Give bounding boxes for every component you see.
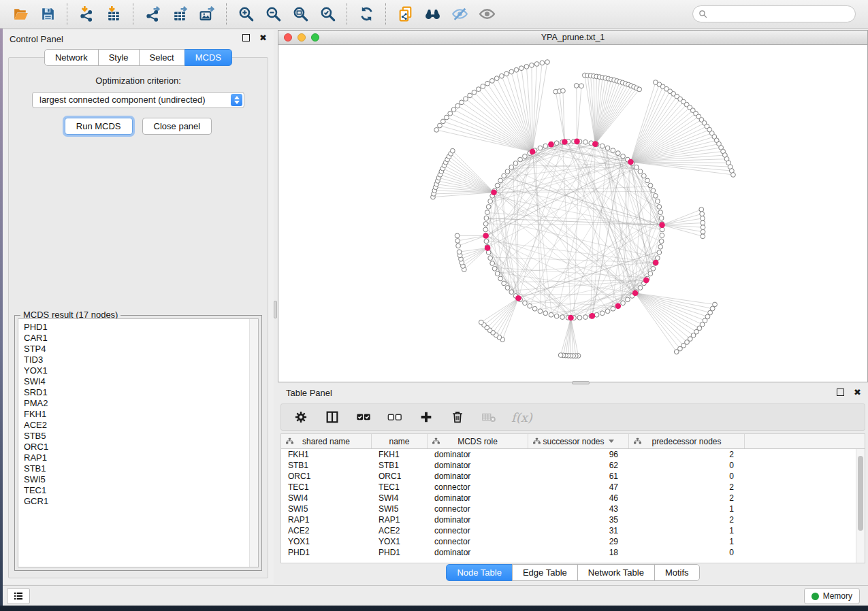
tab-edge-table[interactable]: Edge Table: [512, 564, 578, 581]
horizontal-splitter-handle[interactable]: [572, 381, 590, 384]
column-header-name[interactable]: name: [372, 434, 428, 448]
float-table-panel-icon[interactable]: [837, 389, 844, 396]
table-row[interactable]: PHD1PHD1dominator180: [281, 547, 865, 558]
tab-node-table[interactable]: Node Table: [446, 564, 513, 581]
settings-gear-icon: [293, 410, 308, 425]
tab-select[interactable]: Select: [139, 49, 185, 66]
network-canvas[interactable]: [278, 45, 867, 382]
import-network-button[interactable]: [73, 3, 100, 26]
column-header-MCDS-role[interactable]: MCDS role: [428, 434, 528, 448]
float-panel-icon[interactable]: [242, 34, 250, 42]
search-input[interactable]: [711, 10, 850, 19]
delete-table-disabled-icon: [481, 410, 496, 425]
column-header-filler: [745, 434, 865, 448]
vertical-splitter-handle[interactable]: [274, 301, 277, 318]
result-list-scrollbar[interactable]: [249, 319, 258, 567]
hide-eye-button[interactable]: [446, 3, 473, 26]
import-table-button[interactable]: [100, 3, 127, 26]
close-panel-button[interactable]: Close panel: [142, 118, 212, 135]
mcds-result-item[interactable]: ORC1: [18, 442, 258, 452]
settings-gear-button[interactable]: [292, 408, 310, 426]
table-cell: dominator: [428, 493, 528, 503]
run-mcds-button[interactable]: Run MCDS: [65, 118, 133, 135]
binoculars-search-button[interactable]: [419, 3, 446, 26]
mcds-result-item[interactable]: ACE2: [18, 420, 258, 431]
open-session-button[interactable]: [7, 3, 34, 26]
refresh-layout-button[interactable]: [353, 3, 380, 26]
status-bar: Memory: [0, 585, 868, 606]
memory-button[interactable]: Memory: [804, 588, 860, 604]
save-session-icon: [39, 5, 57, 22]
toolbar-separator: [226, 3, 227, 25]
export-image-button[interactable]: [193, 3, 221, 26]
table-header-row: shared namenameMCDS rolesuccessor nodesp…: [281, 434, 865, 449]
zoom-fit-button[interactable]: [287, 3, 314, 26]
table-row[interactable]: ACE2ACE2connector311: [281, 525, 865, 536]
save-session-button[interactable]: [34, 3, 61, 26]
mcds-result-item[interactable]: SRD1: [18, 387, 258, 398]
zoom-in-button[interactable]: [232, 3, 259, 26]
tab-mcds[interactable]: MCDS: [184, 49, 232, 66]
select-all-checked-icon: [356, 410, 371, 425]
export-network-button[interactable]: [139, 3, 166, 26]
column-header-predecessor-nodes[interactable]: predecessor nodes: [629, 434, 745, 448]
mcds-result-item[interactable]: STP4: [18, 344, 258, 354]
zoom-out-button[interactable]: [259, 3, 287, 26]
split-columns-button[interactable]: [323, 408, 341, 426]
table-cell: STB1: [281, 460, 372, 471]
tab-motifs[interactable]: Motifs: [654, 564, 700, 581]
mcds-result-item[interactable]: SWI4: [18, 376, 258, 387]
table-row[interactable]: ORC1ORC1dominator610: [281, 471, 865, 482]
criterion-select-value: largest connected component (undirected): [39, 95, 206, 105]
zoom-selected-button[interactable]: [314, 3, 341, 26]
toolbar-separator: [347, 3, 347, 25]
table-cell: dominator: [428, 514, 528, 525]
add-entry-button[interactable]: [417, 408, 435, 426]
tab-network[interactable]: Network: [44, 49, 99, 66]
select-all-checked-button[interactable]: [355, 408, 372, 426]
deselect-all-button[interactable]: [386, 408, 404, 426]
export-table-button[interactable]: [166, 3, 193, 26]
table-scrollbar-thumb[interactable]: [858, 456, 863, 531]
table-row[interactable]: YOX1YOX1connector291: [281, 536, 865, 547]
table-cell: 0: [629, 460, 745, 471]
tab-style[interactable]: Style: [98, 49, 140, 66]
task-history-button[interactable]: [7, 588, 30, 604]
mcds-result-item[interactable]: YOX1: [18, 365, 258, 376]
table-row[interactable]: RAP1RAP1dominator352: [281, 514, 865, 525]
mcds-result-item[interactable]: RAP1: [18, 452, 258, 463]
add-entry-icon: [419, 410, 434, 425]
column-header-shared-name[interactable]: shared name: [281, 434, 372, 448]
table-scrollbar[interactable]: [856, 449, 865, 563]
column-type-icon: [432, 437, 440, 446]
tab-network-table[interactable]: Network Table: [577, 564, 655, 581]
mcds-result-item[interactable]: PHD1: [18, 322, 258, 333]
close-table-panel-icon[interactable]: ✖: [854, 389, 861, 396]
show-eye-button[interactable]: [473, 3, 500, 26]
network-window-titlebar[interactable]: YPA_prune.txt_1: [278, 31, 867, 45]
close-panel-icon[interactable]: ✖: [259, 34, 267, 42]
delete-entry-button[interactable]: [449, 408, 466, 426]
mcds-result-item[interactable]: STB5: [18, 431, 258, 442]
mcds-result-list[interactable]: PHD1CAR1STP4TID3YOX1SWI4SRD1PMA2FKH1ACE2…: [18, 318, 259, 567]
clone-network-button[interactable]: [391, 3, 419, 26]
mcds-result-item[interactable]: TID3: [18, 354, 258, 365]
mcds-result-item[interactable]: SWI5: [18, 474, 258, 485]
table-cell: 2: [629, 449, 745, 460]
mcds-result-item[interactable]: TEC1: [18, 485, 258, 496]
mcds-result-item[interactable]: CAR1: [18, 333, 258, 344]
criterion-select[interactable]: largest connected component (undirected): [32, 92, 244, 108]
mcds-result-item[interactable]: PMA2: [18, 398, 258, 409]
search-box[interactable]: [692, 5, 856, 22]
network-graph[interactable]: [278, 45, 867, 382]
table-row[interactable]: FKH1FKH1dominator962: [281, 449, 865, 460]
mcds-result-item[interactable]: GCR1: [18, 496, 258, 507]
mcds-result-item[interactable]: FKH1: [18, 409, 258, 420]
table-row[interactable]: STB1STB1dominator620: [281, 460, 865, 471]
table-row[interactable]: SWI5SWI5connector431: [281, 503, 865, 514]
main-toolbar: [0, 0, 868, 29]
column-header-successor-nodes[interactable]: successor nodes: [528, 434, 629, 448]
table-row[interactable]: TEC1TEC1connector472: [281, 482, 865, 493]
table-row[interactable]: SWI4SWI4dominator462: [281, 493, 865, 503]
mcds-result-item[interactable]: STB1: [18, 463, 258, 474]
